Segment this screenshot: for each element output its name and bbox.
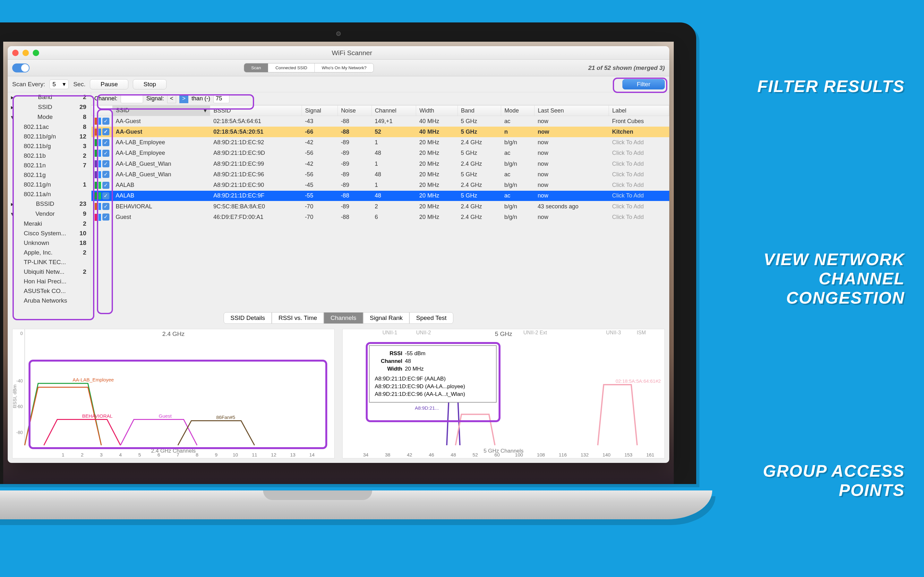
sec-label: Sec. [73,81,86,88]
toolbar: ScanConnected SSIDWho's On My Network? 2… [8,60,669,76]
svg-text:UNII-1: UNII-1 [383,330,397,335]
channel-filter-input[interactable] [121,94,143,103]
detail-tab[interactable]: Speed Test [409,312,453,324]
svg-text:Guest: Guest [159,413,172,419]
scan-interval-select[interactable]: 5▾ [49,79,69,89]
table-row[interactable]: ✓AA-Guest02:18:5A:5A:64:61-43-88149,+140… [91,116,669,127]
table-row[interactable]: ✓AA-LAB_Guest_WlanA8:9D:21:1D:EC:96-56-8… [91,169,669,180]
close-icon[interactable] [12,50,19,56]
annotation-3: GROUP ACCESS POINTS [725,462,905,500]
svg-text:UNII-3: UNII-3 [606,330,621,335]
col-header[interactable]: Signal [302,105,338,116]
table-row[interactable]: ✓AA-LAB_EmployeeA8:9D:21:1D:EC:92-42-891… [91,137,669,148]
titlebar: WiFi Scanner [8,46,669,60]
table-row[interactable]: ✓BEHAVIORAL9C:5C:8E:BA:8A:E0-70-89220 MH… [91,201,669,212]
sidebar-item[interactable]: 802.11n7 [8,161,91,170]
col-header[interactable]: Noise [338,105,372,116]
sidebar-item[interactable]: 802.11a/n [8,189,91,199]
detail-tabs: SSID DetailsRSSI vs. TimeChannelsSignal … [12,312,665,324]
sidebar-item[interactable]: 802.11b/g/n12 [8,132,91,141]
annotation-1: FILTER RESULTS [758,77,905,96]
sidebar-item[interactable]: TP-LINK TEC... [8,258,91,267]
sidebar-item[interactable]: Vendor9 [8,209,91,219]
table-row[interactable]: ✓AALABA8:9D:21:1D:EC:9F-55-884820 MHz5 G… [91,190,669,201]
svg-text:0: 0 [20,331,23,336]
zoom-icon[interactable] [33,50,39,56]
svg-text:86Fan#5: 86Fan#5 [216,414,235,420]
channel-filter-label: Channel: [94,95,118,102]
networks-table[interactable]: SSID ▾BSSIDSignalNoiseChannelWidthBandMo… [91,105,669,310]
svg-text:UNII-2: UNII-2 [416,330,431,335]
tab-who-s-on-my-network-[interactable]: Who's On My Network? [314,63,374,72]
sidebar-item[interactable]: Apple, Inc.2 [8,248,91,258]
annotation-2: VIEW NETWORK CHANNEL CONGESTION [725,250,905,308]
svg-text:-80: -80 [16,430,23,435]
chart-24ghz: 2.4 GHz RSSI, dBm -40-60-800AA-LAB_Emplo… [12,329,334,458]
sidebar-item[interactable]: Hon Hai Preci... [8,277,91,286]
sidebar-item[interactable]: Ubiquiti Netw...2 [8,267,91,277]
col-header[interactable]: Last Seen [535,105,609,116]
sidebar-item[interactable]: BSSID23 [8,199,91,209]
svg-text:-40: -40 [16,378,23,384]
col-header[interactable]: Width [416,105,457,116]
marketing-annotations: FILTER RESULTS VIEW NETWORK CHANNEL CONG… [725,0,905,577]
filter-sidebar: Band2SSID29Mode8802.11ac8802.11b/g/n1280… [8,92,91,310]
sidebar-item[interactable]: Unknown18 [8,238,91,248]
signal-gt-button[interactable]: > [179,94,188,103]
scan-controls: Scan Every: 5▾ Sec. Pause Stop Filter [8,76,669,92]
svg-text:AA-LAB_Employee: AA-LAB_Employee [73,377,113,382]
svg-text:UNII-2 Ext: UNII-2 Ext [523,330,547,335]
table-row[interactable]: ✓AA-Guest02:18:5A:5A:20:51-66-885240 MHz… [91,127,669,137]
col-header[interactable]: BSSID [210,105,302,116]
sidebar-item[interactable]: ASUSTek CO... [8,286,91,296]
filter-button[interactable]: Filter [622,79,665,89]
detail-tab[interactable]: SSID Details [224,312,272,324]
tab-connected-ssid[interactable]: Connected SSID [268,63,314,72]
col-header[interactable]: Channel [372,105,416,116]
sidebar-item[interactable]: 802.11g/n1 [8,180,91,189]
axis1-label: 2.4 GHz Channels [13,448,334,454]
sidebar-item[interactable]: Aruba Networks [8,296,91,306]
minimize-icon[interactable] [23,50,29,56]
sidebar-item[interactable]: Meraki2 [8,219,91,229]
scan-every-label: Scan Every: [12,81,45,88]
table-row[interactable]: ✓AALABA8:9D:21:1D:EC:90-45-89120 MHz2.4 … [91,180,669,190]
col-header[interactable]: Mode [501,105,535,116]
status-count: 21 of 52 shown (merged 3) [588,64,665,71]
table-row[interactable]: ✓AA-LAB_EmployeeA8:9D:21:1D:EC:9D-56-894… [91,148,669,158]
table-row[interactable]: ✓AA-LAB_Guest_WlanA8:9D:21:1D:EC:99-42-8… [91,159,669,169]
col-header[interactable] [91,105,113,116]
detail-tab[interactable]: RSSI vs. Time [272,312,324,324]
stop-button[interactable]: Stop [133,79,166,89]
filter-bar: Channel: Signal: < > than (-) [91,92,669,105]
channel-tooltip: RSSI-55 dBm Channel48 Width20 MHz A8:9D:… [369,345,497,403]
sidebar-item[interactable]: 802.11b/g3 [8,141,91,151]
sidebar-item[interactable]: Band2 [8,92,91,102]
sidebar-item[interactable]: 802.11ac8 [8,122,91,132]
than-label: than (-) [192,95,210,102]
col-header[interactable]: SSID ▾ [113,105,210,116]
laptop-camera [336,31,341,36]
sidebar-item[interactable]: 802.11g [8,170,91,180]
pause-button[interactable]: Pause [90,79,128,89]
sidebar-item[interactable]: 802.11b2 [8,151,91,161]
tab-scan[interactable]: Scan [244,63,268,72]
sidebar-item[interactable]: Mode8 [8,112,91,122]
axis2-label: 5 GHz Channels [342,448,664,454]
svg-text:-60: -60 [16,404,23,409]
svg-text:02:18:5A:5A:64:61#2: 02:18:5A:5A:64:61#2 [615,378,661,384]
signal-lt-button[interactable]: < [167,94,176,103]
sidebar-item[interactable]: SSID29 [8,102,91,112]
col-header[interactable]: Band [457,105,501,116]
svg-text:ISM: ISM [637,330,646,335]
col-header[interactable]: Label [609,105,669,116]
signal-filter-label: Signal: [146,95,164,102]
signal-value-input[interactable] [213,94,229,103]
scan-toggle[interactable] [12,63,29,73]
window-title: WiFi Scanner [39,49,665,57]
detail-tab[interactable]: Signal Rank [363,312,409,324]
sidebar-item[interactable]: Cisco System...10 [8,229,91,238]
detail-tab[interactable]: Channels [324,312,363,324]
chart-5ghz: 5 GHz UNII-1UNII-2UNII-2 ExtUNII-3ISMA8:… [342,329,665,458]
table-row[interactable]: ✓Guest46:D9:E7:FD:00:A1-70-88620 MHz2.4 … [91,212,669,222]
